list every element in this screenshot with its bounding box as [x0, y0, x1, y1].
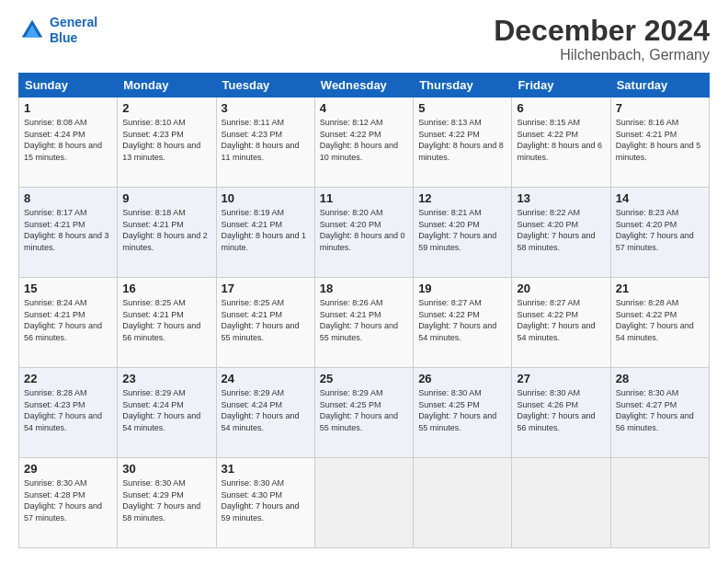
calendar-cell: 16Sunrise: 8:25 AM Sunset: 4:21 PM Dayli… [118, 278, 216, 368]
calendar-header-row: SundayMondayTuesdayWednesdayThursdayFrid… [19, 74, 710, 98]
calendar-cell: 25Sunrise: 8:29 AM Sunset: 4:25 PM Dayli… [314, 368, 413, 458]
calendar-cell [512, 458, 610, 548]
day-info: Sunrise: 8:23 AM Sunset: 4:20 PM Dayligh… [616, 207, 704, 253]
calendar-header-friday: Friday [512, 74, 610, 98]
calendar-cell: 30Sunrise: 8:30 AM Sunset: 4:29 PM Dayli… [118, 458, 216, 548]
calendar-cell: 9Sunrise: 8:18 AM Sunset: 4:21 PM Daylig… [118, 188, 216, 278]
calendar-cell: 24Sunrise: 8:29 AM Sunset: 4:24 PM Dayli… [216, 368, 314, 458]
calendar-cell: 23Sunrise: 8:29 AM Sunset: 4:24 PM Dayli… [118, 368, 216, 458]
day-number: 22 [24, 372, 112, 385]
calendar-cell: 11Sunrise: 8:20 AM Sunset: 4:20 PM Dayli… [314, 188, 413, 278]
day-info: Sunrise: 8:30 AM Sunset: 4:26 PM Dayligh… [517, 387, 605, 433]
subtitle: Hilchenbach, Germany [494, 47, 710, 63]
calendar-cell: 6Sunrise: 8:15 AM Sunset: 4:22 PM Daylig… [512, 98, 610, 188]
day-info: Sunrise: 8:27 AM Sunset: 4:22 PM Dayligh… [517, 297, 605, 343]
day-info: Sunrise: 8:18 AM Sunset: 4:21 PM Dayligh… [122, 207, 210, 253]
day-number: 18 [320, 282, 408, 295]
header: General Blue December 2024 Hilchenbach, … [18, 15, 710, 63]
day-info: Sunrise: 8:30 AM Sunset: 4:28 PM Dayligh… [24, 477, 112, 523]
day-info: Sunrise: 8:28 AM Sunset: 4:23 PM Dayligh… [24, 387, 112, 433]
logo-text: General Blue [50, 15, 97, 46]
calendar-cell: 8Sunrise: 8:17 AM Sunset: 4:21 PM Daylig… [19, 188, 118, 278]
logo-icon [18, 17, 46, 44]
day-number: 14 [616, 191, 704, 205]
day-info: Sunrise: 8:21 AM Sunset: 4:20 PM Dayligh… [418, 207, 506, 253]
calendar-cell: 13Sunrise: 8:22 AM Sunset: 4:20 PM Dayli… [512, 188, 610, 278]
calendar-cell: 19Sunrise: 8:27 AM Sunset: 4:22 PM Dayli… [414, 278, 512, 368]
calendar-header-wednesday: Wednesday [314, 74, 413, 98]
day-number: 7 [616, 101, 704, 115]
calendar-week-4: 22Sunrise: 8:28 AM Sunset: 4:23 PM Dayli… [19, 368, 710, 458]
calendar-week-3: 15Sunrise: 8:24 AM Sunset: 4:21 PM Dayli… [19, 278, 710, 368]
day-number: 4 [320, 101, 408, 115]
day-number: 2 [122, 101, 210, 115]
calendar-header-monday: Monday [118, 74, 216, 98]
day-info: Sunrise: 8:22 AM Sunset: 4:20 PM Dayligh… [517, 207, 605, 253]
day-number: 11 [320, 191, 408, 205]
day-info: Sunrise: 8:12 AM Sunset: 4:22 PM Dayligh… [320, 117, 408, 163]
day-info: Sunrise: 8:30 AM Sunset: 4:25 PM Dayligh… [418, 387, 506, 433]
day-info: Sunrise: 8:27 AM Sunset: 4:22 PM Dayligh… [418, 297, 506, 343]
day-number: 8 [24, 191, 112, 205]
day-info: Sunrise: 8:13 AM Sunset: 4:22 PM Dayligh… [418, 117, 506, 163]
day-number: 31 [222, 462, 310, 476]
calendar-cell: 20Sunrise: 8:27 AM Sunset: 4:22 PM Dayli… [512, 278, 610, 368]
day-info: Sunrise: 8:28 AM Sunset: 4:22 PM Dayligh… [616, 297, 704, 343]
day-number: 28 [616, 372, 704, 385]
calendar-week-1: 1Sunrise: 8:08 AM Sunset: 4:24 PM Daylig… [19, 98, 710, 188]
calendar-header-saturday: Saturday [610, 74, 709, 98]
day-info: Sunrise: 8:29 AM Sunset: 4:24 PM Dayligh… [122, 387, 210, 433]
day-number: 27 [517, 372, 605, 385]
day-info: Sunrise: 8:11 AM Sunset: 4:23 PM Dayligh… [222, 117, 310, 163]
calendar-cell: 1Sunrise: 8:08 AM Sunset: 4:24 PM Daylig… [19, 98, 118, 188]
day-number: 13 [517, 191, 605, 205]
day-number: 9 [122, 191, 210, 205]
calendar-cell: 31Sunrise: 8:30 AM Sunset: 4:30 PM Dayli… [216, 458, 314, 548]
day-info: Sunrise: 8:25 AM Sunset: 4:21 PM Dayligh… [222, 297, 310, 343]
calendar-header-sunday: Sunday [19, 74, 118, 98]
day-info: Sunrise: 8:15 AM Sunset: 4:22 PM Dayligh… [517, 117, 605, 163]
day-info: Sunrise: 8:30 AM Sunset: 4:30 PM Dayligh… [222, 477, 310, 523]
day-info: Sunrise: 8:08 AM Sunset: 4:24 PM Dayligh… [24, 117, 112, 163]
day-info: Sunrise: 8:20 AM Sunset: 4:20 PM Dayligh… [320, 207, 408, 253]
day-number: 26 [418, 372, 506, 385]
calendar-header-tuesday: Tuesday [216, 74, 314, 98]
day-info: Sunrise: 8:19 AM Sunset: 4:21 PM Dayligh… [222, 207, 310, 253]
calendar-table: SundayMondayTuesdayWednesdayThursdayFrid… [18, 73, 710, 548]
day-info: Sunrise: 8:30 AM Sunset: 4:27 PM Dayligh… [616, 387, 704, 433]
calendar-header-thursday: Thursday [414, 74, 512, 98]
day-number: 12 [418, 191, 506, 205]
calendar-cell: 29Sunrise: 8:30 AM Sunset: 4:28 PM Dayli… [19, 458, 118, 548]
calendar-cell: 4Sunrise: 8:12 AM Sunset: 4:22 PM Daylig… [314, 98, 413, 188]
day-number: 10 [222, 191, 310, 205]
logo-line1: General [50, 15, 97, 29]
calendar-cell [314, 458, 413, 548]
day-info: Sunrise: 8:29 AM Sunset: 4:25 PM Dayligh… [320, 387, 408, 433]
calendar-week-5: 29Sunrise: 8:30 AM Sunset: 4:28 PM Dayli… [19, 458, 710, 548]
day-number: 20 [517, 282, 605, 295]
logo: General Blue [18, 15, 97, 46]
calendar-cell: 12Sunrise: 8:21 AM Sunset: 4:20 PM Dayli… [414, 188, 512, 278]
day-info: Sunrise: 8:25 AM Sunset: 4:21 PM Dayligh… [122, 297, 210, 343]
day-info: Sunrise: 8:16 AM Sunset: 4:21 PM Dayligh… [616, 117, 704, 163]
day-info: Sunrise: 8:10 AM Sunset: 4:23 PM Dayligh… [122, 117, 210, 163]
day-info: Sunrise: 8:30 AM Sunset: 4:29 PM Dayligh… [122, 477, 210, 523]
calendar-cell: 7Sunrise: 8:16 AM Sunset: 4:21 PM Daylig… [610, 98, 709, 188]
calendar-cell: 2Sunrise: 8:10 AM Sunset: 4:23 PM Daylig… [118, 98, 216, 188]
calendar-cell: 22Sunrise: 8:28 AM Sunset: 4:23 PM Dayli… [19, 368, 118, 458]
page: General Blue December 2024 Hilchenbach, … [0, 0, 728, 563]
day-number: 5 [418, 101, 506, 115]
calendar-cell [414, 458, 512, 548]
calendar-cell: 5Sunrise: 8:13 AM Sunset: 4:22 PM Daylig… [414, 98, 512, 188]
calendar-week-2: 8Sunrise: 8:17 AM Sunset: 4:21 PM Daylig… [19, 188, 710, 278]
title-block: December 2024 Hilchenbach, Germany [494, 15, 710, 63]
day-number: 15 [24, 282, 112, 295]
day-info: Sunrise: 8:26 AM Sunset: 4:21 PM Dayligh… [320, 297, 408, 343]
day-number: 16 [122, 282, 210, 295]
calendar-cell: 10Sunrise: 8:19 AM Sunset: 4:21 PM Dayli… [216, 188, 314, 278]
calendar-cell: 17Sunrise: 8:25 AM Sunset: 4:21 PM Dayli… [216, 278, 314, 368]
calendar-cell [610, 458, 709, 548]
day-number: 19 [418, 282, 506, 295]
calendar-cell: 26Sunrise: 8:30 AM Sunset: 4:25 PM Dayli… [414, 368, 512, 458]
day-info: Sunrise: 8:24 AM Sunset: 4:21 PM Dayligh… [24, 297, 112, 343]
